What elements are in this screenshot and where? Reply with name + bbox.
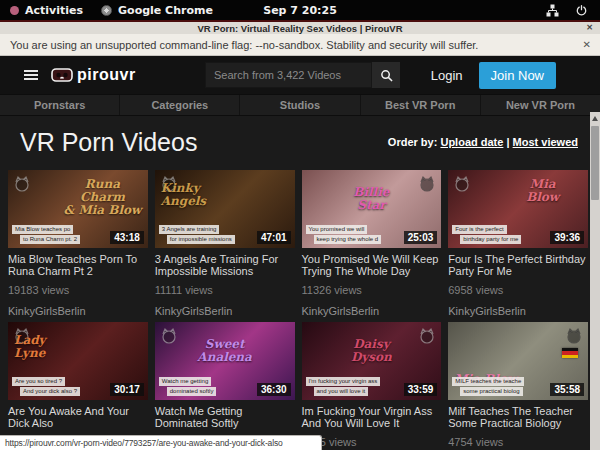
video-title-link[interactable]: 3 Angels Are Training For Impossible Mis… bbox=[155, 253, 295, 277]
video-thumbnail[interactable]: Mia Blow MILF teaches the teache some pr… bbox=[448, 322, 588, 400]
video-info: Mia Blow Teaches Porn To Runa Charm Pt 2… bbox=[8, 248, 148, 322]
duration-badge: 30:17 bbox=[110, 383, 144, 396]
studio-watermark-icon bbox=[13, 327, 31, 345]
nav-item-best-vr[interactable]: Best VR Porn bbox=[360, 95, 480, 115]
search-icon bbox=[380, 69, 393, 82]
site-header: pirouvr Login Join Now bbox=[0, 56, 600, 94]
thumbnail-caption: You promised we will keep trying the who… bbox=[306, 225, 382, 244]
video-card: Kinky Angels 3 Angels are training for i… bbox=[155, 170, 295, 322]
page-scrollbar[interactable] bbox=[590, 112, 600, 450]
video-title-link[interactable]: Milf Teaches The Teacher Some Practical … bbox=[448, 405, 588, 429]
order-by-label: Order by: bbox=[388, 136, 438, 148]
page-head: VR Porn Videos Order by: Upload date | M… bbox=[0, 127, 600, 157]
thumbnail-caption: Four is the perfect birthday party for m… bbox=[452, 225, 521, 244]
view-count: 11111 views bbox=[155, 284, 295, 296]
video-card: Mia Blow Four is the perfect birthday pa… bbox=[448, 170, 588, 322]
view-count: 19183 views bbox=[8, 284, 148, 296]
page-viewport: pirouvr Login Join Now Pornstars Categor… bbox=[0, 56, 600, 450]
studio-link[interactable]: KinkyGirlsBerlin bbox=[448, 305, 588, 317]
duration-badge: 35:58 bbox=[550, 383, 584, 396]
nav-item-pornstars[interactable]: Pornstars bbox=[0, 95, 119, 115]
nav-item-studios[interactable]: Studios bbox=[239, 95, 359, 115]
video-card: Sweet Analena Watch me getting dominated… bbox=[155, 322, 295, 450]
studio-watermark-icon bbox=[418, 327, 436, 345]
thumbnail-caption: 3 Angels are training for impossible mis… bbox=[159, 225, 235, 244]
studio-watermark-icon bbox=[160, 327, 178, 345]
video-thumbnail[interactable]: Kinky Angels 3 Angels are training for i… bbox=[155, 170, 295, 248]
thumbnail-caption: I'm fucking your virgin ass and you will… bbox=[306, 377, 381, 396]
nav-item-new-vr[interactable]: New VR Porn bbox=[480, 95, 600, 115]
logo-text: pirouvr bbox=[77, 66, 136, 84]
chrome-warning-infobar: You are using an unsupported command-lin… bbox=[0, 34, 600, 56]
page-title: VR Porn Videos bbox=[20, 127, 197, 157]
video-card: Runa Charm & Mia Blow Mia Blow teaches p… bbox=[8, 170, 148, 322]
studio-link[interactable]: KinkyGirlsBerlin bbox=[8, 305, 148, 317]
order-link-upload-date[interactable]: Upload date bbox=[440, 136, 503, 148]
view-count: 9795 views bbox=[302, 436, 442, 448]
view-count: 11326 views bbox=[302, 284, 442, 296]
video-thumbnail[interactable]: Runa Charm & Mia Blow Mia Blow teaches p… bbox=[8, 170, 148, 248]
video-title-link[interactable]: Watch Me Getting Dominated Softly bbox=[155, 405, 295, 429]
video-title-link[interactable]: Im Fucking Your Virgin Ass And You Will … bbox=[302, 405, 442, 429]
nav-item-categories[interactable]: Categories bbox=[119, 95, 239, 115]
duration-badge: 36:30 bbox=[257, 383, 291, 396]
studio-watermark-icon bbox=[418, 175, 436, 193]
join-now-button[interactable]: Join Now bbox=[479, 62, 556, 89]
studio-watermark-icon bbox=[160, 175, 178, 193]
video-title-link[interactable]: Four Is The Perfect Birthday Party For M… bbox=[448, 253, 588, 277]
scrollbar-thumb[interactable] bbox=[591, 126, 599, 200]
video-card: Billie Star You promised we will keep tr… bbox=[302, 170, 442, 322]
video-card: Daisy Dyson I'm fucking your virgin ass … bbox=[302, 322, 442, 450]
studio-link[interactable]: KinkyGirlsBerlin bbox=[302, 305, 442, 317]
video-info: You Promised We Will Keep Trying The Who… bbox=[302, 248, 442, 322]
video-info: Four Is The Perfect Birthday Party For M… bbox=[448, 248, 588, 322]
main-nav: Pornstars Categories Studios Best VR Por… bbox=[0, 94, 600, 116]
video-thumbnail[interactable]: Mia Blow Four is the perfect birthday pa… bbox=[448, 170, 588, 248]
order-link-most-viewed[interactable]: Most viewed bbox=[513, 136, 578, 148]
order-by: Order by: Upload date | Most viewed bbox=[388, 136, 578, 148]
site-logo[interactable]: pirouvr bbox=[51, 66, 136, 84]
hamburger-menu-icon[interactable] bbox=[24, 68, 38, 82]
thumbnail-overlay-title: Runa Charm & Mia Blow bbox=[61, 178, 144, 217]
thumbnail-caption: Are you so tired ? And your dick also ? bbox=[12, 377, 80, 396]
vr-headset-icon bbox=[51, 68, 73, 82]
search-input[interactable] bbox=[205, 62, 372, 88]
video-info: Milf Teaches The Teacher Some Practical … bbox=[448, 400, 588, 450]
screen: Activities Google Chrome Sep 7 20:25 VR … bbox=[0, 0, 600, 450]
warning-text: You are using an unsupported command-lin… bbox=[10, 39, 478, 51]
tab-close-icon[interactable]: ✕ bbox=[586, 22, 593, 34]
duration-badge: 47:01 bbox=[257, 231, 291, 244]
studio-watermark-icon bbox=[565, 327, 583, 345]
duration-badge: 39:36 bbox=[550, 231, 584, 244]
video-thumbnail[interactable]: Sweet Analena Watch me getting dominated… bbox=[155, 322, 295, 400]
video-thumbnail[interactable]: Billie Star You promised we will keep tr… bbox=[302, 170, 442, 248]
warning-close-icon[interactable]: ✕ bbox=[583, 39, 591, 50]
search-bar bbox=[205, 62, 400, 88]
video-title-link[interactable]: Mia Blow Teaches Porn To Runa Charm Pt 2 bbox=[8, 253, 148, 277]
studio-watermark-icon bbox=[13, 175, 31, 193]
login-link[interactable]: Login bbox=[431, 68, 463, 83]
duration-badge: 25:03 bbox=[404, 231, 438, 244]
studio-watermark-icon bbox=[453, 175, 471, 193]
clock[interactable]: Sep 7 20:25 bbox=[0, 4, 600, 17]
video-card: Lady Lyne Are you so tired ? And your di… bbox=[8, 322, 148, 450]
german-flag-decoration bbox=[562, 348, 578, 358]
video-thumbnail[interactable]: Daisy Dyson I'm fucking your virgin ass … bbox=[302, 322, 442, 400]
search-button[interactable] bbox=[372, 62, 400, 88]
duration-badge: 43:18 bbox=[110, 231, 144, 244]
video-thumbnail[interactable]: Lady Lyne Are you so tired ? And your di… bbox=[8, 322, 148, 400]
order-separator: | bbox=[506, 136, 509, 148]
video-info: 3 Angels Are Training For Impossible Mis… bbox=[155, 248, 295, 322]
view-count: 4754 views bbox=[448, 436, 588, 448]
studio-link[interactable]: KinkyGirlsBerlin bbox=[155, 305, 295, 317]
scrollbar-up-arrow-icon[interactable] bbox=[592, 116, 598, 121]
duration-badge: 33:59 bbox=[404, 383, 438, 396]
thumbnail-overlay-title: Mia Blow bbox=[501, 178, 584, 204]
video-card: Mia Blow MILF teaches the teache some pr… bbox=[448, 322, 588, 450]
video-title-link[interactable]: Are You Awake And Your Dick Also bbox=[8, 405, 148, 429]
video-grid: Runa Charm & Mia Blow Mia Blow teaches p… bbox=[8, 170, 588, 450]
video-title-link[interactable]: You Promised We Will Keep Trying The Who… bbox=[302, 253, 442, 277]
view-count: 6958 views bbox=[448, 284, 588, 296]
gnome-top-bar: Activities Google Chrome Sep 7 20:25 bbox=[0, 0, 600, 20]
window-title-bar: VR Porn: Virtual Reality Sex Videos | Pi… bbox=[0, 22, 600, 34]
